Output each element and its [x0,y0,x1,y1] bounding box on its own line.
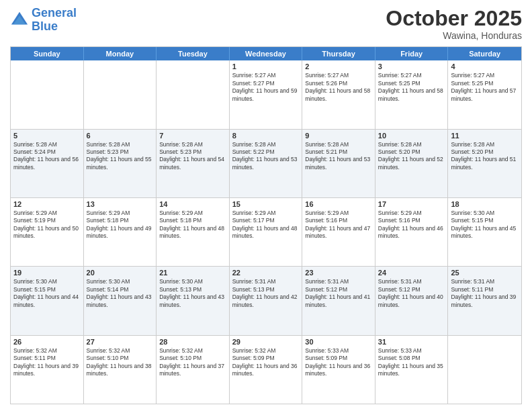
calendar-cell: 25Sunrise: 5:31 AM Sunset: 5:11 PM Dayli… [448,267,521,334]
day-number: 30 [305,338,372,346]
calendar-row: 19Sunrise: 5:30 AM Sunset: 5:15 PM Dayli… [11,266,521,334]
day-number: 5 [13,132,81,140]
cell-info: Sunrise: 5:32 AM Sunset: 5:10 PM Dayligh… [159,347,226,378]
calendar-cell: 5Sunrise: 5:28 AM Sunset: 5:24 PM Daylig… [11,130,84,197]
cell-info: Sunrise: 5:28 AM Sunset: 5:22 PM Dayligh… [232,141,300,172]
logo-icon [10,11,29,30]
calendar-cell: 28Sunrise: 5:32 AM Sunset: 5:10 PM Dayli… [157,336,230,404]
cell-info: Sunrise: 5:27 AM Sunset: 5:25 PM Dayligh… [451,72,519,103]
logo: General Blue [10,7,77,34]
day-number: 9 [305,132,372,140]
calendar-cell: 1Sunrise: 5:27 AM Sunset: 5:27 PM Daylig… [230,60,303,128]
calendar-cell: 9Sunrise: 5:28 AM Sunset: 5:21 PM Daylig… [302,130,375,197]
calendar-cell: 2Sunrise: 5:27 AM Sunset: 5:26 PM Daylig… [302,60,375,128]
calendar-cell: 11Sunrise: 5:28 AM Sunset: 5:20 PM Dayli… [448,130,521,197]
day-number: 10 [378,132,445,140]
day-number: 13 [87,200,154,208]
calendar-body: 1Sunrise: 5:27 AM Sunset: 5:27 PM Daylig… [11,60,521,404]
calendar-cell: 8Sunrise: 5:28 AM Sunset: 5:22 PM Daylig… [230,130,303,197]
day-number: 22 [232,269,300,277]
cell-info: Sunrise: 5:30 AM Sunset: 5:15 PM Dayligh… [451,210,519,240]
day-number: 1 [232,62,300,71]
location-subtitle: Wawina, Honduras [386,30,522,41]
calendar-cell: 7Sunrise: 5:28 AM Sunset: 5:23 PM Daylig… [157,130,230,197]
day-number: 19 [13,269,81,277]
cell-info: Sunrise: 5:29 AM Sunset: 5:19 PM Dayligh… [13,210,81,240]
day-number: 12 [13,200,81,208]
cell-info: Sunrise: 5:28 AM Sunset: 5:20 PM Dayligh… [451,141,519,172]
day-number: 2 [305,62,372,71]
cell-info: Sunrise: 5:28 AM Sunset: 5:21 PM Dayligh… [305,141,372,172]
weekday-header: Sunday [11,47,84,60]
day-number: 28 [159,338,226,346]
calendar-cell: 14Sunrise: 5:29 AM Sunset: 5:18 PM Dayli… [157,198,230,266]
calendar-cell: 26Sunrise: 5:32 AM Sunset: 5:11 PM Dayli… [11,336,84,404]
cell-info: Sunrise: 5:33 AM Sunset: 5:09 PM Dayligh… [305,347,372,378]
day-number: 7 [159,132,226,140]
cell-info: Sunrise: 5:31 AM Sunset: 5:13 PM Dayligh… [232,278,300,309]
cell-info: Sunrise: 5:30 AM Sunset: 5:14 PM Dayligh… [87,278,154,309]
day-number: 17 [378,200,445,208]
day-number: 16 [305,200,372,208]
month-title: October 2025 [386,7,522,30]
cell-info: Sunrise: 5:27 AM Sunset: 5:25 PM Dayligh… [378,72,445,103]
cell-info: Sunrise: 5:30 AM Sunset: 5:15 PM Dayligh… [13,278,81,309]
day-number: 20 [87,269,154,277]
header: General Blue October 2025 Wawina, Hondur… [10,7,522,41]
logo-line2: Blue [32,19,58,33]
weekday-header: Thursday [302,47,375,60]
calendar-cell: 15Sunrise: 5:29 AM Sunset: 5:17 PM Dayli… [230,198,303,266]
cell-info: Sunrise: 5:31 AM Sunset: 5:11 PM Dayligh… [451,278,519,309]
title-block: October 2025 Wawina, Honduras [386,7,522,41]
calendar-cell: 19Sunrise: 5:30 AM Sunset: 5:15 PM Dayli… [11,267,84,334]
calendar-cell: 31Sunrise: 5:33 AM Sunset: 5:08 PM Dayli… [375,336,449,404]
calendar-cell: 13Sunrise: 5:29 AM Sunset: 5:18 PM Dayli… [84,198,157,266]
calendar-header: SundayMondayTuesdayWednesdayThursdayFrid… [11,47,521,60]
day-number: 4 [451,62,519,71]
day-number: 14 [159,200,226,208]
calendar-cell [11,60,84,128]
calendar-cell: 3Sunrise: 5:27 AM Sunset: 5:25 PM Daylig… [375,60,449,128]
weekday-header: Wednesday [230,47,303,60]
calendar-row: 12Sunrise: 5:29 AM Sunset: 5:19 PM Dayli… [11,197,521,266]
cell-info: Sunrise: 5:29 AM Sunset: 5:17 PM Dayligh… [232,210,300,240]
calendar-cell: 23Sunrise: 5:31 AM Sunset: 5:12 PM Dayli… [302,267,375,334]
calendar-cell: 30Sunrise: 5:33 AM Sunset: 5:09 PM Dayli… [302,336,375,404]
calendar-cell: 24Sunrise: 5:31 AM Sunset: 5:12 PM Dayli… [375,267,449,334]
page: General Blue October 2025 Wawina, Hondur… [0,0,532,411]
day-number: 6 [87,132,154,140]
cell-info: Sunrise: 5:27 AM Sunset: 5:27 PM Dayligh… [232,72,300,103]
calendar-cell: 21Sunrise: 5:30 AM Sunset: 5:13 PM Dayli… [157,267,230,334]
cell-info: Sunrise: 5:27 AM Sunset: 5:26 PM Dayligh… [305,72,372,103]
calendar: SundayMondayTuesdayWednesdayThursdayFrid… [10,46,522,404]
cell-info: Sunrise: 5:30 AM Sunset: 5:13 PM Dayligh… [159,278,226,309]
day-number: 29 [232,338,300,346]
cell-info: Sunrise: 5:32 AM Sunset: 5:09 PM Dayligh… [232,347,300,378]
day-number: 25 [451,269,519,277]
cell-info: Sunrise: 5:33 AM Sunset: 5:08 PM Dayligh… [378,347,445,378]
calendar-row: 5Sunrise: 5:28 AM Sunset: 5:24 PM Daylig… [11,129,521,197]
calendar-cell: 6Sunrise: 5:28 AM Sunset: 5:23 PM Daylig… [84,130,157,197]
weekday-header: Saturday [448,47,521,60]
day-number: 26 [13,338,81,346]
calendar-cell: 10Sunrise: 5:28 AM Sunset: 5:20 PM Dayli… [375,130,449,197]
day-number: 18 [451,200,519,208]
cell-info: Sunrise: 5:29 AM Sunset: 5:18 PM Dayligh… [87,210,154,240]
cell-info: Sunrise: 5:31 AM Sunset: 5:12 PM Dayligh… [378,278,445,309]
calendar-row: 26Sunrise: 5:32 AM Sunset: 5:11 PM Dayli… [11,335,521,404]
day-number: 8 [232,132,300,140]
cell-info: Sunrise: 5:28 AM Sunset: 5:24 PM Dayligh… [13,141,81,172]
cell-info: Sunrise: 5:28 AM Sunset: 5:23 PM Dayligh… [159,141,226,172]
cell-info: Sunrise: 5:29 AM Sunset: 5:18 PM Dayligh… [159,210,226,240]
calendar-cell [448,336,521,404]
calendar-cell [84,60,157,128]
calendar-cell: 18Sunrise: 5:30 AM Sunset: 5:15 PM Dayli… [448,198,521,266]
logo-text: General Blue [32,7,77,34]
calendar-cell: 20Sunrise: 5:30 AM Sunset: 5:14 PM Dayli… [84,267,157,334]
day-number: 23 [305,269,372,277]
logo-line1: General [32,6,77,19]
calendar-cell: 17Sunrise: 5:29 AM Sunset: 5:16 PM Dayli… [375,198,449,266]
day-number: 24 [378,269,445,277]
cell-info: Sunrise: 5:29 AM Sunset: 5:16 PM Dayligh… [378,210,445,240]
day-number: 27 [87,338,154,346]
